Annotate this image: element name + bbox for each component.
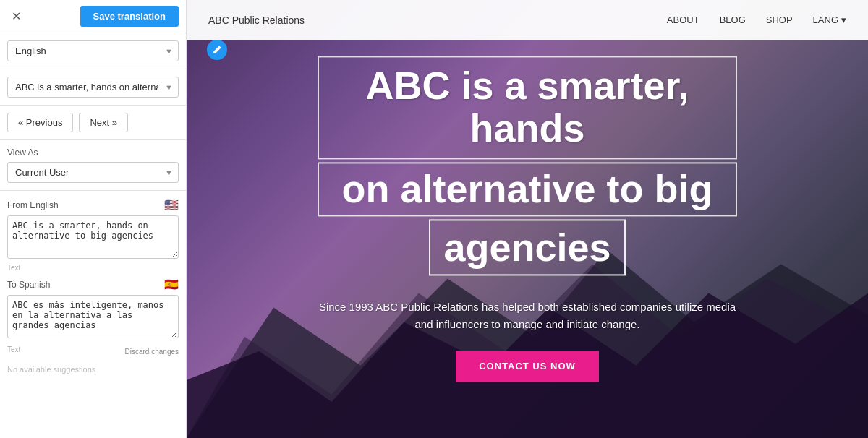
hero-content: ABC is a smarter, hands on alternative t… — [318, 56, 737, 382]
nav-links: ABOUT BLOG SHOP LANG ▾ — [667, 14, 846, 25]
target-field-type: Text — [7, 345, 20, 353]
save-translation-button[interactable]: Save translation — [80, 6, 179, 27]
hero-title-line3: agencies — [443, 226, 610, 270]
string-dropdown[interactable]: ABC is a smarter, hands on alternative t… — [7, 77, 179, 98]
website-preview: ABC Public Relations ABOUT BLOG SHOP LAN… — [187, 0, 868, 438]
language-dropdown-wrapper: English Spanish French ▼ — [7, 40, 179, 61]
view-as-dropdown-wrapper: Current User Admin Editor ▼ — [7, 162, 179, 183]
target-text-area[interactable] — [7, 295, 179, 338]
to-flag: 🇪🇸 — [164, 278, 179, 291]
from-language-label: From English 🇺🇸 — [7, 198, 179, 212]
language-section: English Spanish French ▼ — [0, 33, 186, 69]
view-as-section: View As Current User Admin Editor ▼ — [0, 140, 186, 191]
nav-about[interactable]: ABOUT — [667, 14, 699, 25]
source-field-type: Text — [7, 264, 179, 272]
suggestions-label: No available suggestions — [7, 365, 179, 374]
hero-agencies-box: agencies — [429, 220, 625, 276]
nav-buttons-section: « Previous Next » — [0, 106, 186, 140]
panel-header: ✕ Save translation — [0, 0, 186, 33]
hero-title-box: ABC is a smarter, hands — [318, 56, 737, 159]
pencil-icon — [212, 45, 222, 55]
from-flag: 🇺🇸 — [164, 198, 179, 212]
hero-title-line2: on alternative to big — [332, 168, 723, 210]
contact-us-button[interactable]: CONTACT US NOW — [456, 351, 599, 382]
close-button[interactable]: ✕ — [7, 8, 25, 25]
translation-panel: ✕ Save translation English Spanish Frenc… — [0, 0, 187, 438]
hero-title-line1: ABC is a smarter, hands — [332, 64, 723, 150]
hero-description: Since 1993 ABC Public Relations has help… — [318, 299, 737, 334]
next-button[interactable]: Next » — [79, 113, 128, 132]
nav-shop[interactable]: SHOP — [766, 14, 793, 25]
from-language-text: From English — [7, 200, 59, 210]
nav-lang-arrow: ▾ — [841, 14, 846, 25]
site-logo: ABC Public Relations — [208, 14, 667, 26]
view-as-dropdown[interactable]: Current User Admin Editor — [7, 162, 179, 183]
nav-lang-dropdown[interactable]: LANG ▾ — [813, 14, 846, 25]
edit-pencil-button[interactable] — [207, 40, 227, 60]
translation-fields-section: From English 🇺🇸 Text To Spanish 🇪🇸 Text … — [0, 191, 186, 438]
hero-subtitle-box: on alternative to big — [318, 162, 737, 216]
discard-row: Text Discard changes — [7, 343, 179, 359]
source-text-area[interactable] — [7, 215, 179, 259]
nav-blog[interactable]: BLOG — [720, 14, 746, 25]
view-as-label: View As — [7, 147, 179, 158]
previous-button[interactable]: « Previous — [7, 113, 73, 132]
nav-lang-text: LANG — [813, 14, 838, 25]
website-navbar: ABC Public Relations ABOUT BLOG SHOP LAN… — [187, 0, 868, 40]
string-dropdown-wrapper: ABC is a smarter, hands on alternative t… — [7, 77, 179, 98]
string-selector-section: ABC is a smarter, hands on alternative t… — [0, 69, 186, 106]
hero-background: ABC Public Relations ABOUT BLOG SHOP LAN… — [187, 0, 868, 438]
to-language-text: To Spanish — [7, 280, 50, 290]
language-dropdown[interactable]: English Spanish French — [7, 40, 179, 61]
to-language-label: To Spanish 🇪🇸 — [7, 278, 179, 291]
discard-changes-link[interactable]: Discard changes — [125, 348, 179, 356]
